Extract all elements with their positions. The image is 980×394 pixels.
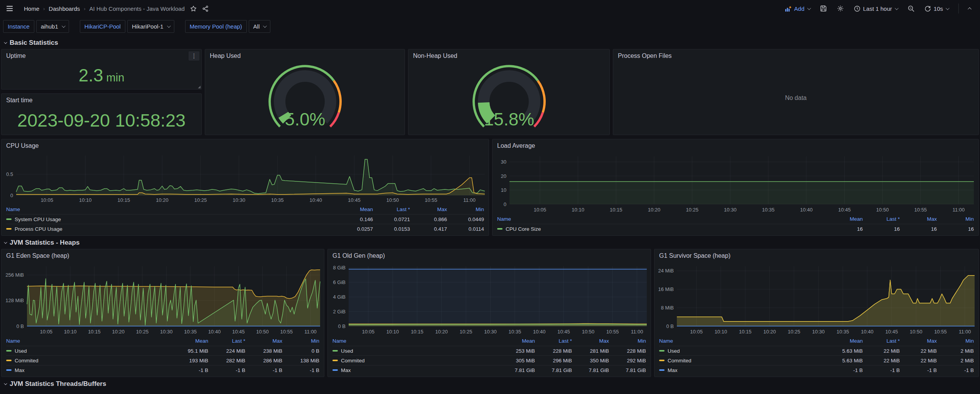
svg-text:20: 20 [501,173,506,179]
svg-text:10:10: 10:10 [715,329,727,335]
hikaricp-filter-select[interactable]: HikariPool-1 [127,20,174,33]
series-stat-value: 350 MiB [572,358,609,364]
series-stat-value: 228 MiB [535,348,572,354]
memory-pool-filter-select[interactable]: All [249,20,271,33]
star-icon[interactable] [190,5,197,12]
svg-text:256 MiB: 256 MiB [5,272,24,278]
chevron-down-icon [4,382,7,385]
section-title: JVM Statistics - Heaps [10,239,79,247]
refresh-picker[interactable]: 10s [924,5,948,12]
cpu-usage-chart[interactable]: 10:0510:1010:1510:2010:2510:3010:3510:40… [2,151,489,205]
series-color-swatch [332,350,338,352]
load-average-chart[interactable]: 10:0510:1010:1510:2010:2510:3010:3510:40… [493,151,978,214]
menu-icon[interactable] [6,5,13,12]
breadcrumb-dashboards[interactable]: Dashboards [49,5,80,12]
svg-text:10:20: 10:20 [156,197,169,203]
svg-text:0.5: 0.5 [6,171,13,177]
g1-old-gen-chart[interactable]: 10:0510:1010:1510:2010:2510:3010:3510:40… [328,261,651,336]
series-name[interactable]: Commited [15,358,39,364]
svg-text:128 MiB: 128 MiB [5,298,24,303]
svg-text:10:20: 10:20 [648,207,661,213]
svg-text:30: 30 [501,159,506,165]
series-stat-value: 5.63 MiB [826,348,863,354]
svg-text:10:25: 10:25 [788,329,800,335]
memory-pool-filter-label: Memory Pool (heap) [185,20,247,33]
series-stat-value: 7.81 GiB [498,367,535,373]
chevron-down-icon [4,41,7,44]
legend-row: Max-1 B-1 B-1 B-1 B [6,365,319,375]
series-name[interactable]: System CPU Usage [15,216,61,222]
series-name[interactable]: Used [15,348,27,354]
series-stat-value: 0.0257 [336,226,373,232]
g1-survivor-chart[interactable]: 10:0510:1010:1510:2010:2510:3010:3510:40… [654,261,978,336]
svg-text:10:20: 10:20 [112,329,125,335]
save-dashboard-icon[interactable] [820,5,827,12]
series-stat-value: 0.866 [410,216,447,222]
series-name[interactable]: Commited [341,358,365,364]
series-name[interactable]: Max [15,367,25,373]
nav-divider [958,3,959,14]
svg-text:10:05: 10:05 [690,329,703,335]
svg-text:10:45: 10:45 [348,197,361,203]
g1-survivor-legend: NameMeanLast *MaxMinUsed5.63 MiB22 MiB22… [654,336,978,377]
g1-eden-chart[interactable]: 10:0510:1010:1510:2010:2510:3010:3510:40… [2,261,324,336]
svg-text:0: 0 [10,193,13,198]
panel-g1-eden-space: G1 Eden Space (heap) 10:0510:1010:1510:2… [1,249,324,377]
svg-text:10:15: 10:15 [118,197,130,203]
settings-gear-icon[interactable] [837,5,844,12]
svg-text:2 GiB: 2 GiB [333,309,346,315]
svg-text:10:30: 10:30 [484,329,497,335]
series-stat-value: 0.0449 [447,216,484,222]
svg-text:10:20: 10:20 [435,329,448,335]
g1-old-gen-legend: NameMeanLast *MaxMinUsed253 MiB228 MiB28… [328,336,651,377]
panel-resize-handle[interactable] [198,86,201,88]
section-jvm-heaps[interactable]: JVM Statistics - Heaps [0,236,980,249]
series-stat-value: 138 MiB [282,358,319,364]
section-title: Basic Statistics [10,39,58,47]
panel-menu-icon[interactable]: ⋮ [189,51,199,61]
svg-text:10:55: 10:55 [425,197,437,203]
series-color-swatch [659,360,665,362]
series-color-swatch [659,369,665,371]
breadcrumb-home[interactable]: Home [24,5,39,12]
filter-instance: Instance aihub1 [3,20,69,33]
svg-text:10:05: 10:05 [362,329,374,335]
series-name[interactable]: Max [668,367,678,373]
series-name[interactable]: Max [341,367,351,373]
series-color-swatch [332,369,338,371]
time-range-picker[interactable]: Last 1 hour [854,5,897,12]
svg-text:10:10: 10:10 [386,329,399,335]
series-stat-value: -1 B [245,367,282,373]
series-stat-value: 16 [826,226,863,232]
no-data-message: No data [785,95,806,101]
section-basic-statistics[interactable]: Basic Statistics [0,36,980,49]
refresh-interval-label: 10s [934,5,943,12]
series-stat-value: 5.63 MiB [826,358,863,364]
heap-used-gauge: 5.0% [249,61,361,135]
svg-text:11:00: 11:00 [959,329,971,335]
series-name[interactable]: CPU Core Size [506,226,541,232]
svg-text:10:15: 10:15 [610,207,622,213]
svg-text:10:30: 10:30 [160,329,173,335]
series-stat-value: 2 MiB [937,358,974,364]
svg-text:10:55: 10:55 [934,329,947,335]
svg-text:10:30: 10:30 [724,207,737,213]
instance-filter-select[interactable]: aihub1 [36,20,69,33]
series-name[interactable]: Used [341,348,353,354]
legend-header: NameMeanLast *MaxMin [6,336,319,346]
series-name[interactable]: Used [668,348,680,354]
section-jvm-threads-buffers[interactable]: JVM Statistics Threads/Buffers [0,377,980,390]
series-stat-value: -1 B [900,367,937,373]
series-stat-value: 7.81 GiB [535,367,572,373]
series-name[interactable]: Process CPU Usage [15,226,62,232]
chevron-up-icon [968,7,972,11]
series-name[interactable]: Commited [668,358,692,364]
chevron-down-icon [895,6,899,10]
svg-text:10:05: 10:05 [40,197,53,203]
share-icon[interactable] [202,5,209,12]
zoom-out-icon[interactable] [907,5,914,12]
collapse-nav-icon[interactable] [969,7,972,10]
add-button[interactable]: Add [785,5,810,12]
panel-title: Process Open Files [613,49,978,61]
svg-text:10:20: 10:20 [763,329,776,335]
